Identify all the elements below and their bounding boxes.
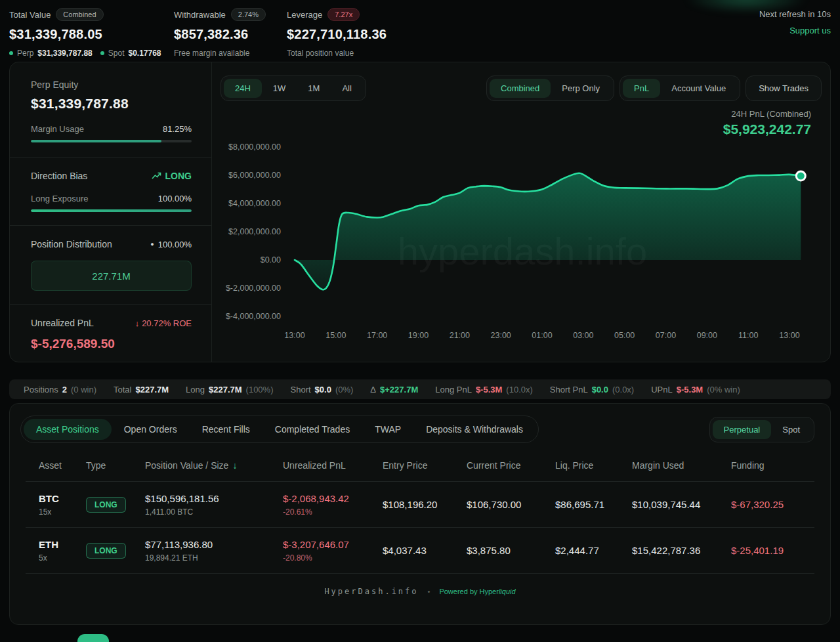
latest-point-marker[interactable] [796, 171, 805, 181]
x-axis-tick: 19:00 [408, 331, 429, 340]
chart-area: 24H1W1MAll CombinedPerp Only PnLAccount … [212, 62, 840, 362]
column-header-unrealized-pnl[interactable]: Unrealized PnL [283, 460, 383, 471]
long-exposure-label: Long Exposure [31, 194, 88, 203]
scope-tab-group: CombinedPerp Only [486, 75, 614, 101]
refresh-countdown: Next refresh in 10s [759, 9, 831, 19]
x-axis-tick: 09:00 [697, 331, 717, 340]
cell-liq-price: $86,695.71 [555, 499, 632, 510]
distribution-segment[interactable]: 227.71M [31, 261, 192, 291]
position-row-btc[interactable]: BTC15xLONG$150,596,181.561,411.00 BTC$-2… [26, 482, 814, 528]
column-header-entry-price[interactable]: Entry Price [383, 460, 467, 471]
sort-desc-icon[interactable]: ↓ [232, 460, 237, 471]
summary-long: Long$227.7M(100%) [186, 385, 273, 395]
roe-down-arrow-icon: ↓ [135, 318, 140, 328]
column-header-margin-used[interactable]: Margin Used [632, 460, 731, 471]
margin-usage-bar [31, 140, 192, 142]
timeframe-tab-1w[interactable]: 1W [262, 79, 297, 98]
position-type-badge: LONG [86, 497, 145, 513]
market-tab-perpetual[interactable]: Perpetual [713, 420, 772, 439]
cell-liq-price: $2,444.77 [555, 545, 632, 556]
footer-dot-icon: • [428, 588, 430, 595]
summary-total: Total$227.7M [114, 385, 169, 395]
perp-equity-value: $31,339,787.88 [31, 96, 192, 112]
timeframe-tab-group: 24H1W1MAll [220, 75, 366, 101]
cell-funding: $-67,320.25 [731, 499, 814, 510]
pnl-area-chart: hyperdash.info$8,000,000.00$6,000,000.00… [220, 139, 831, 345]
tab-deposits-withdrawals[interactable]: Deposits & Withdrawals [413, 419, 536, 440]
margin-usage-value: 81.25% [163, 124, 192, 134]
unrealized-pnl-roe: 20.72% ROE [142, 318, 192, 328]
x-axis-tick: 01:00 [532, 331, 552, 340]
distribution-dot-icon: ● [150, 241, 154, 247]
chat-bubble-button[interactable] [77, 634, 109, 642]
spot-label: Spot [108, 49, 125, 58]
top-stats-bar: Total Value Combined $31,339,788.05 Perp… [0, 0, 840, 59]
column-header-type[interactable]: Type [86, 460, 145, 471]
position-row-eth[interactable]: ETH5xLONG$77,113,936.8019,894.21 ETH$-3,… [26, 528, 814, 574]
trending-up-icon [152, 172, 161, 180]
tab-recent-fills[interactable]: Recent Fills [190, 419, 262, 440]
footer-brand: HyperDash.info [324, 587, 418, 596]
tab-completed-trades[interactable]: Completed Trades [262, 419, 362, 440]
perp-dot-icon [9, 51, 13, 55]
cell-entry-price: $4,037.43 [383, 545, 467, 556]
withdrawable-pct-badge: 2.74% [231, 8, 266, 21]
summary-upnl: UPnL$-5.3M(0% win) [651, 385, 740, 395]
withdrawable-amount: $857,382.36 [174, 27, 287, 42]
cell-unrealized-pnl: $-3,207,646.07-20.80% [283, 539, 383, 563]
cell-position-value: $150,596,181.561,411.00 BTC [145, 493, 283, 517]
x-axis-tick: 17:00 [367, 331, 387, 340]
positions-table: AssetTypePosition Value / Size↓Unrealize… [26, 460, 814, 574]
timeframe-tab-all[interactable]: All [331, 79, 362, 98]
leverage-stat: Leverage 7.27x $227,710,118.36 Total pos… [287, 8, 484, 58]
y-axis-tick: $4,000,000.00 [228, 199, 281, 208]
spot-value: $0.17768 [128, 49, 161, 58]
y-axis-tick: $-2,000,000.00 [226, 284, 281, 293]
summary-: Δ$+227.7M [370, 385, 418, 395]
tab-asset-positions[interactable]: Asset Positions [24, 419, 112, 440]
column-header-position-value-size[interactable]: Position Value / Size↓ [145, 460, 283, 471]
column-header-liq-price[interactable]: Liq. Price [555, 460, 632, 471]
withdrawable-stat: Withdrawable 2.74% $857,382.36 Free marg… [174, 8, 287, 58]
leverage-amount: $227,710,118.36 [287, 27, 484, 42]
powered-by-link[interactable]: Powered by Hyperliquid [439, 588, 515, 595]
perp-value: $31,339,787.88 [37, 49, 92, 58]
metric-tab-account-value[interactable]: Account Value [660, 79, 737, 98]
pnl-readout-label: 24H PnL (Combined) [220, 109, 811, 119]
position-distribution-pct: 100.00% [158, 240, 192, 249]
cell-entry-price: $108,196.20 [383, 499, 467, 510]
portfolio-panel: Perp Equity $31,339,787.88 Margin Usage … [9, 62, 831, 362]
y-axis-tick: $2,000,000.00 [228, 227, 281, 236]
x-axis-tick: 21:00 [450, 331, 470, 340]
x-axis-tick: 07:00 [656, 331, 676, 340]
column-header-funding[interactable]: Funding [731, 460, 814, 471]
column-header-current-price[interactable]: Current Price [467, 460, 555, 471]
pnl-readout-value: $5,923,242.77 [220, 121, 811, 137]
x-axis-tick: 23:00 [491, 331, 511, 340]
market-tab-spot[interactable]: Spot [771, 420, 811, 439]
tab-open-orders[interactable]: Open Orders [112, 419, 190, 440]
scope-tab-perp-only[interactable]: Perp Only [551, 79, 611, 98]
cell-position-value: $77,113,936.8019,894.21 ETH [145, 539, 283, 563]
y-axis-tick: $0.00 [261, 255, 281, 265]
show-trades-button[interactable]: Show Trades [746, 75, 822, 101]
timeframe-tab-24h[interactable]: 24H [224, 79, 262, 98]
column-header-asset[interactable]: Asset [39, 460, 86, 471]
support-us-link[interactable]: Support us [789, 26, 831, 35]
leverage-badge: 7.27x [327, 8, 360, 21]
tab-twap[interactable]: TWAP [362, 419, 413, 440]
withdrawable-sub: Free margin available [174, 49, 249, 58]
y-axis-tick: $6,000,000.00 [228, 171, 281, 180]
leverage-label: Leverage [287, 10, 322, 20]
summary-positions: Positions2(0 win) [24, 385, 96, 395]
table-header-row: AssetTypePosition Value / Size↓Unrealize… [26, 460, 814, 482]
timeframe-tab-1m[interactable]: 1M [297, 79, 331, 98]
direction-bias-label: Direction Bias [31, 171, 87, 181]
direction-bias-value: LONG [165, 171, 192, 181]
metric-tab-group: PnLAccount Value [620, 75, 740, 101]
metric-tab-pnl[interactable]: PnL [623, 79, 660, 98]
x-axis-tick: 03:00 [573, 331, 593, 340]
scope-tab-combined[interactable]: Combined [490, 79, 551, 98]
cell-margin-used: $10,039,745.44 [632, 499, 731, 510]
combined-badge: Combined [56, 8, 103, 21]
